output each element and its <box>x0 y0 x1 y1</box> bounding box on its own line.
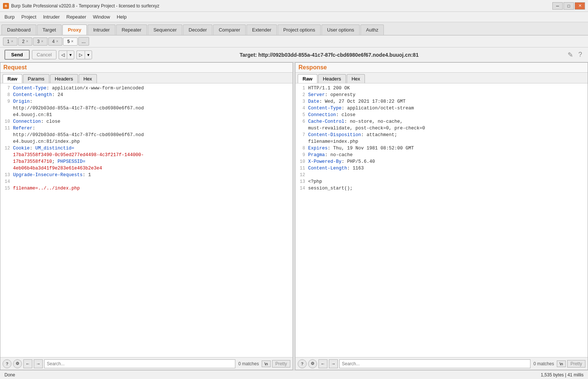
close-icon[interactable]: × <box>71 39 74 43</box>
table-row: 11Content-Length: 1163 <box>295 165 588 172</box>
response-search-input[interactable] <box>339 359 530 368</box>
response-tab-raw[interactable]: Raw <box>298 74 317 83</box>
table-row: 2Server: openresty <box>295 92 588 98</box>
tab-user-options[interactable]: User options <box>321 24 360 35</box>
prev-nav-group: ◁ ▾ <box>59 50 74 59</box>
menu-window[interactable]: Window <box>90 13 113 20</box>
response-panel-title: Response <box>295 63 588 73</box>
response-bottom-bar: ? ⚙ ← → 0 matches \n Pretty <box>295 357 588 370</box>
main-tab-bar: Dashboard Target Proxy Intruder Repeater… <box>0 22 588 36</box>
table-row: 10Connection: close <box>0 118 293 125</box>
next-nav-group: ▷ ▾ <box>76 50 92 59</box>
table-row: 8Expires: Thu, 19 Nov 1981 08:52:00 GMT <box>295 145 588 152</box>
tab-comparer[interactable]: Comparer <box>213 24 246 35</box>
response-prev-button[interactable]: ← <box>318 359 327 368</box>
response-panel: Response Raw Headers Hex 1HTTP/1.1 200 O… <box>295 62 588 370</box>
request-panel: Request Raw Params Headers Hex 7Content-… <box>0 62 293 370</box>
menu-help[interactable]: Help <box>114 13 130 20</box>
tab-extender[interactable]: Extender <box>246 24 277 35</box>
request-settings-button[interactable]: ⚙ <box>13 359 22 368</box>
request-prev-button[interactable]: ← <box>23 359 32 368</box>
table-row: 1HTTP/1.1 200 OK <box>295 85 588 92</box>
request-newline-button[interactable]: \n <box>262 360 270 367</box>
toolbar: Send Cancel ◁ ▾ ▷ ▾ Target: http://092b0… <box>0 47 588 62</box>
repeater-tab-4[interactable]: 4 × <box>48 37 63 46</box>
app-icon: B <box>3 3 9 9</box>
response-next-button[interactable]: → <box>329 359 338 368</box>
response-sub-tab-bar: Raw Headers Hex <box>295 73 588 83</box>
menu-burp[interactable]: Burp <box>1 13 17 20</box>
title-bar: B Burp Suite Professional v2020.8 - Temp… <box>0 0 588 12</box>
repeater-tab-1[interactable]: 1 × <box>3 37 17 46</box>
response-tab-hex[interactable]: Hex <box>347 74 365 83</box>
request-search-input[interactable] <box>44 359 235 368</box>
table-row: 8Content-Length: 24 <box>0 92 293 98</box>
prev-dropdown-button[interactable]: ▾ <box>67 50 74 59</box>
close-button[interactable]: ✕ <box>575 2 585 10</box>
table-row: 7Content-Disposition: attachment; filena… <box>295 132 588 145</box>
request-pretty-button[interactable]: Pretty <box>272 360 290 368</box>
tab-project-options[interactable]: Project options <box>278 24 321 35</box>
table-row: 11Referer: http://092b03dd-855a-41c7-87f… <box>0 125 293 145</box>
menu-project[interactable]: Project <box>18 13 39 20</box>
table-row: 14 <box>0 178 293 185</box>
response-tab-headers[interactable]: Headers <box>318 74 346 83</box>
table-row: 4Content-Type: application/octet-stream <box>295 105 588 112</box>
repeater-tab-5[interactable]: 5 × <box>63 37 78 46</box>
edit-target-icon[interactable]: ✎ <box>566 50 575 60</box>
request-tab-headers[interactable]: Headers <box>50 74 78 83</box>
tab-proxy[interactable]: Proxy <box>62 24 87 35</box>
table-row: 5Connection: close <box>295 112 588 118</box>
request-tab-raw[interactable]: Raw <box>3 74 22 83</box>
tab-intruder[interactable]: Intruder <box>88 24 115 35</box>
tab-sequencer[interactable]: Sequencer <box>148 24 182 35</box>
tab-target[interactable]: Target <box>37 24 62 35</box>
request-panel-title: Request <box>0 63 293 73</box>
prev-button[interactable]: ◁ <box>59 50 67 59</box>
request-code-area[interactable]: 7Content-Type: application/x-www-form-ur… <box>0 83 293 357</box>
window-controls[interactable]: ─ □ ✕ <box>552 2 585 10</box>
close-icon[interactable]: × <box>41 39 43 43</box>
table-row: 9Pragma: no-cache <box>295 152 588 158</box>
request-tab-hex[interactable]: Hex <box>79 74 97 83</box>
repeater-tab-3[interactable]: 3 × <box>33 37 48 46</box>
close-icon[interactable]: × <box>11 39 13 43</box>
response-pretty-button[interactable]: Pretty <box>567 360 585 368</box>
table-row: 15filename=../../index.php <box>0 185 293 192</box>
status-left: Done <box>4 372 15 378</box>
tab-authz[interactable]: Authz <box>360 24 384 35</box>
response-matches-label: 0 matches <box>532 361 555 366</box>
request-tab-params[interactable]: Params <box>23 74 49 83</box>
menu-bar: Burp Project Intruder Repeater Window He… <box>0 12 588 22</box>
maximize-button[interactable]: □ <box>564 2 574 10</box>
request-help-button[interactable]: ? <box>3 359 12 368</box>
status-right: 1,535 bytes | 41 millis <box>541 372 584 378</box>
table-row: 13<?php <box>295 178 588 185</box>
menu-intruder[interactable]: Intruder <box>40 13 63 20</box>
help-icon[interactable]: ? <box>577 50 584 59</box>
minimize-button[interactable]: ─ <box>552 2 563 10</box>
response-code-area[interactable]: 1HTTP/1.1 200 OK2Server: openresty3Date:… <box>295 83 588 357</box>
more-tabs-button[interactable]: ... <box>78 37 89 46</box>
tab-decoder[interactable]: Decoder <box>183 24 212 35</box>
table-row: 9Origin: http://092b03dd-855a-41c7-87fc-… <box>0 98 293 118</box>
next-dropdown-button[interactable]: ▾ <box>85 50 92 59</box>
repeater-tab-2[interactable]: 2 × <box>18 37 33 46</box>
table-row: 7Content-Type: application/x-www-form-ur… <box>0 85 293 92</box>
cancel-button[interactable]: Cancel <box>32 50 56 59</box>
menu-repeater[interactable]: Repeater <box>63 13 89 20</box>
send-button[interactable]: Send <box>4 50 30 60</box>
table-row: 12 <box>295 172 588 178</box>
response-newline-button[interactable]: \n <box>557 360 565 367</box>
response-settings-button[interactable]: ⚙ <box>308 359 317 368</box>
tab-repeater[interactable]: Repeater <box>116 24 147 35</box>
request-matches-label: 0 matches <box>237 361 260 366</box>
response-help-button[interactable]: ? <box>298 359 307 368</box>
tab-dashboard[interactable]: Dashboard <box>1 24 36 35</box>
table-row: 10X-Powered-By: PHP/5.6.40 <box>295 158 588 165</box>
next-button[interactable]: ▷ <box>76 50 85 59</box>
close-icon[interactable]: × <box>26 39 28 43</box>
request-next-button[interactable]: → <box>34 359 43 368</box>
repeater-tab-bar: 1 × 2 × 3 × 4 × 5 × ... <box>0 36 588 47</box>
close-icon[interactable]: × <box>56 39 58 43</box>
